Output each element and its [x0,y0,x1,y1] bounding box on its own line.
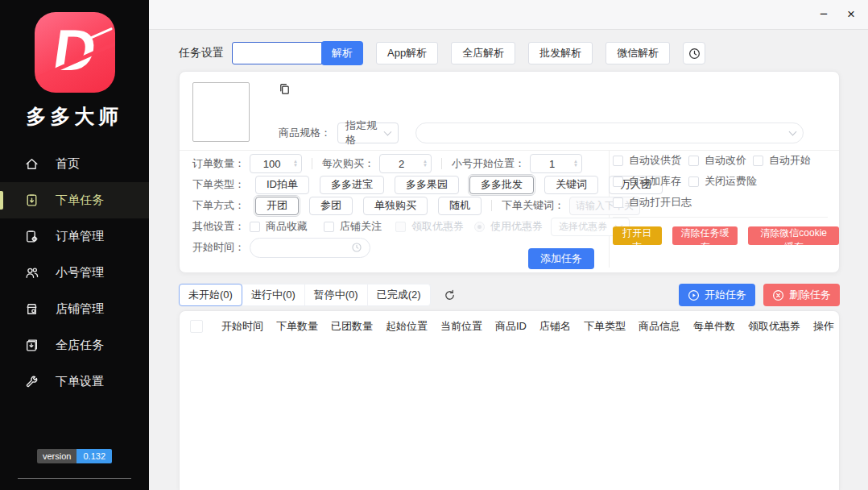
divider [491,200,492,211]
sidebar-item-order-task[interactable]: 下单任务 [0,182,149,218]
card-divider-horizontal [180,150,839,151]
col-current-pos: 当前位置 [440,319,482,334]
tab-completed[interactable]: 已完成(2) [367,284,431,306]
task-tabs-row: 未开始(0) 进行中(0) 暂停中(0) 已完成(2) 开始任务 删除任务 [179,284,840,306]
play-icon [688,289,700,301]
order-manage-icon [24,229,39,244]
wechat-parse-button[interactable]: 微信解析 [606,42,670,64]
order-mode-cantuan[interactable]: 参团 [309,197,353,215]
sidebar-item-home[interactable]: 首页 [0,146,149,182]
divider [312,158,312,169]
order-mode-row: 下单方式： 开团 参团 单独购买 随机 下单关键词： [192,195,640,216]
main-content: 任务设置 解析 App解析 全店解析 批发解析 微信解析 商品规格： 指定规格 [149,30,868,490]
follow-label: 店铺关注 [340,219,382,234]
use-coupon-label: 使用优惠券 [490,219,543,234]
sidebar-item-label: 全店任务 [56,338,104,353]
app-parse-button[interactable]: App解析 [376,42,438,64]
col-product-info: 商品信息 [639,319,680,334]
open-log-button[interactable]: 打开日志 [613,226,662,245]
refresh-button[interactable] [443,289,457,302]
col-grouped-qty: 已团数量 [331,319,373,334]
auto-stock-label: 自动加库存 [629,174,681,189]
window-controls: − × [810,0,865,29]
follow-checkbox[interactable] [324,222,334,232]
order-type-id[interactable]: ID拍单 [255,176,309,194]
minimize-button[interactable]: − [810,2,837,27]
users-icon [24,265,39,280]
spec-select[interactable]: 指定规格 [337,122,399,143]
sku-select[interactable] [415,122,804,143]
store-task-icon [24,338,39,353]
clock-icon [351,242,362,253]
close-freight-label: 关闭运费险 [705,174,757,189]
delete-task-button[interactable]: 删除任务 [763,284,840,306]
sidebar-item-order-manage[interactable]: 订单管理 [0,218,149,255]
col-product-id: 商品ID [495,319,527,334]
order-qty-stepper[interactable]: 100 ▲▼ [250,154,302,173]
order-mode-dandu[interactable]: 单独购买 [363,197,428,215]
auto-start-checkbox[interactable] [753,156,763,166]
fav-checkbox[interactable] [250,222,260,232]
close-freight-checkbox[interactable] [688,176,699,187]
stepper-arrows-icon[interactable]: ▲▼ [293,160,298,168]
order-task-icon [24,193,39,208]
order-qty-label: 订单数量： [192,156,245,171]
store-parse-button[interactable]: 全店解析 [451,42,515,64]
col-start-pos: 起始位置 [386,319,428,334]
clear-wechat-cookie-button[interactable]: 清除微信cookie缓存 [748,226,839,245]
sidebar-item-store-task[interactable]: 全店任务 [0,327,149,363]
sidebar-item-order-settings[interactable]: 下单设置 [0,363,149,400]
tab-paused[interactable]: 暂停中(0) [304,284,368,306]
start-time-label: 开始时间： [192,240,245,255]
start-time-input[interactable] [250,238,370,258]
tab-not-started[interactable]: 未开始(0) [179,284,242,306]
auto-supply-checkbox[interactable] [613,156,623,166]
close-button[interactable]: × [837,2,865,27]
col-per-order-qty: 每单件数 [693,319,735,334]
clear-task-cache-button[interactable]: 清除任务缓存 [672,226,738,245]
add-task-button[interactable]: 添加任务 [528,248,594,269]
per-buy-stepper[interactable]: 2 ▲▼ [379,154,432,173]
sidebar-divider [18,478,131,479]
order-qty-value: 100 [250,158,293,170]
app-logo: D [35,12,115,93]
copy-button[interactable] [278,82,291,98]
tab-in-progress[interactable]: 进行中(0) [242,284,305,306]
stepper-arrows-icon[interactable]: ▲▼ [573,160,578,168]
history-button[interactable] [683,42,705,64]
order-mode-suiji[interactable]: 随机 [438,197,482,215]
col-start-time: 开始时间 [221,319,263,334]
sidebar-item-shop-manage[interactable]: 店铺管理 [0,291,149,327]
auto-stock-checkbox[interactable] [613,176,623,187]
task-settings-toolbar: 任务设置 解析 App解析 全店解析 批发解析 微信解析 [179,41,705,65]
order-type-keyword[interactable]: 关键词 [544,176,598,194]
order-mode-kaituan[interactable]: 开团 [255,197,299,215]
task-url-input[interactable] [232,42,322,64]
version-value: 0.132 [76,449,112,463]
task-form-card: 商品规格： 指定规格 订单数量： 100 ▲▼ 每次购买： 2 ▲▼ [179,71,840,273]
order-type-jinbao[interactable]: 多多进宝 [320,176,384,194]
stepper-arrows-icon[interactable]: ▲▼ [423,160,428,168]
titlebar: − × [149,0,868,30]
start-pos-value: 1 [531,158,573,170]
order-type-guoyuan[interactable]: 多多果园 [395,176,459,194]
auto-log-checkbox[interactable] [613,197,623,208]
wholesale-parse-button[interactable]: 批发解析 [528,42,593,64]
quantity-row: 订单数量： 100 ▲▼ 每次购买： 2 ▲▼ 小号开始位置： 1 ▲▼ [192,153,582,174]
wrench-icon [24,374,39,389]
sidebar: D 多多大师 首页 下单任务 订单管理 小号管理 店铺管理 全店任务 [0,0,149,490]
parse-button[interactable]: 解析 [321,41,363,65]
auto-log-label: 自动打开日志 [629,195,692,210]
auto-checks-row-3: 自动打开日志 [613,195,692,210]
select-all-checkbox[interactable] [190,320,203,333]
spec-row: 商品规格： 指定规格 [279,122,804,143]
start-pos-label: 小号开始位置： [452,156,525,171]
use-coupon-radio [474,222,485,232]
sidebar-item-account-manage[interactable]: 小号管理 [0,255,149,291]
fav-label: 商品收藏 [266,219,308,234]
sidebar-item-label: 下单设置 [56,374,104,389]
auto-price-checkbox[interactable] [688,156,699,166]
start-pos-stepper[interactable]: 1 ▲▼ [530,154,582,173]
start-task-button[interactable]: 开始任务 [679,284,755,306]
order-type-pifa[interactable]: 多多批发 [469,176,534,194]
